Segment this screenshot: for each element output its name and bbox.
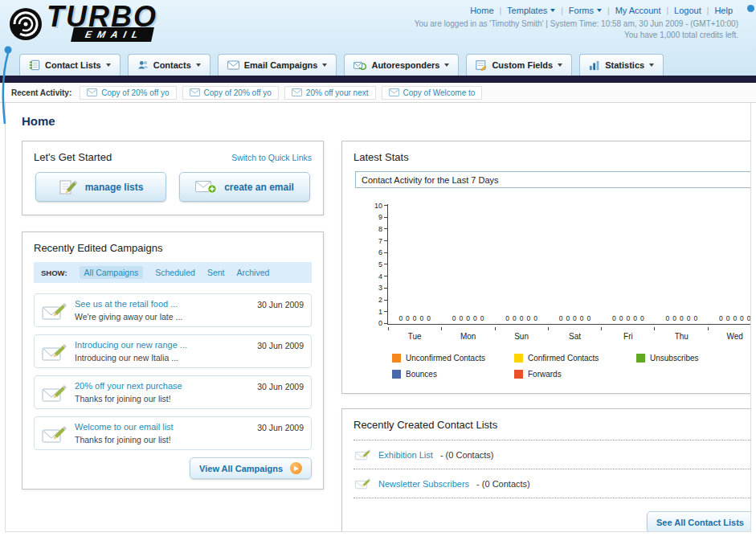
tab-custom-fields[interactable]: Custom Fields [466,54,572,76]
nav-templates-link[interactable]: Templates [501,6,561,15]
tab-email-campaigns[interactable]: Email Campaigns [218,54,337,76]
y-axis-tick-label: 9 [378,213,382,221]
legend-swatch [514,370,523,379]
nav-logout-link[interactable]: Logout [668,6,707,15]
login-info: You are logged in as 'Timothy Smith' | S… [415,19,738,28]
chart-value-label: 0 [559,314,563,322]
recent-activity-item-label: Copy of Welcome to [403,88,476,97]
contact-list-name-link[interactable]: Newsletter Subscribers [378,479,469,489]
logo-subtitle: EMAIL [71,27,154,42]
y-axis-tick: 7 [378,237,387,244]
nav-help-link[interactable]: Help [709,6,738,15]
chart-value-label: 0 [665,314,669,322]
nav-forms-link[interactable]: Forms [563,6,607,15]
y-axis-tick-label: 4 [378,272,382,281]
left-column: Let's Get Started Switch to Quick Links … [22,141,324,490]
create-email-button[interactable]: create an email [179,172,310,202]
campaigns-title: Recently Edited Campaigns [34,242,312,254]
x-axis-tick-mark [601,327,602,330]
top-band: TURBO EMAIL Home Templates Forms My Acco… [0,0,756,76]
get-started-panel: Let's Get Started Switch to Quick Links … [22,141,324,215]
campaign-row[interactable]: Introducing our new range ... Introducin… [34,334,312,368]
main-content: Home Let's Get Started Switch to Quick L… [5,103,751,532]
chart-value-label: 0 [505,314,509,322]
page-title: Home [22,114,734,128]
y-axis-tick: 6 [378,249,387,256]
campaign-title-link[interactable]: Introducing our new range ... [75,340,250,350]
recent-activity-item[interactable]: 20% off your next [284,86,376,100]
chart-value-label: 0 [480,314,484,322]
legend-label: Unsubscribes [650,354,699,363]
legend-swatch [392,354,401,363]
tab-autoresponders[interactable]: Autoresponders [344,54,459,76]
campaign-row[interactable]: 20% off your next purchase Thanks for jo… [34,375,312,409]
latest-stats-title: Latest Stats [353,151,751,163]
nav-my-account-link[interactable]: My Account [610,6,667,15]
view-all-campaigns-button[interactable]: View All Campaigns [190,457,312,479]
nav-home-link[interactable]: Home [464,6,499,15]
campaign-title-link[interactable]: 20% off your next purchase [75,381,250,391]
see-all-contact-lists-button[interactable]: See All Contact Lists [647,511,751,532]
tab-statistics[interactable]: Statistics [579,54,664,76]
chart-value-label: 0 [627,314,631,322]
dropdown-caret-icon [597,9,602,12]
nav-my-account-label: My Account [615,6,661,15]
recent-activity-item[interactable]: Copy of 20% off yo [80,86,176,100]
chart-y-axis: 109876543210 [366,202,387,327]
switch-quick-links-link[interactable]: Switch to Quick Links [231,153,312,162]
contacts-icon [137,59,149,71]
envelope-icon [87,88,97,96]
contact-list-items: Exhibition List - (0 Contacts) Newslette… [353,440,751,498]
chart-value-label: 0 [452,314,456,322]
campaign-title-link[interactable]: See us at the retail food ... [75,299,250,309]
nav-help-label: Help [714,6,733,15]
contact-list-count: - (0 Contacts) [440,450,494,460]
x-axis-tick-mark [708,327,709,330]
campaign-row[interactable]: Welcome to our email list Thanks for joi… [34,416,312,450]
chart-value-label: 0 [740,314,744,322]
dropdown-caret-icon [649,64,654,67]
contact-list-item[interactable]: Newsletter Subscribers - (0 Contacts) [353,469,751,498]
legend-item: Unconfirmed Contacts [392,354,514,363]
contact-lists-title: Recently Created Contact Lists [353,419,751,431]
envelope-pencil-icon [42,383,67,403]
recent-activity-item[interactable]: Copy of 20% off yo [182,86,279,100]
manage-lists-button[interactable]: manage lists [35,172,166,202]
tab-contact-lists[interactable]: Contact Lists [19,54,121,76]
y-axis-tick: 2 [378,297,387,304]
filter-all-campaigns[interactable]: All Campaigns [80,266,144,279]
x-axis-label: Fri [602,332,655,341]
recent-activity-item[interactable]: Copy of Welcome to [382,86,483,100]
campaigns-panel: Recently Edited Campaigns SHOW: All Camp… [22,231,324,490]
chart-value-label: 0 [693,314,697,322]
legend-swatch [392,370,401,379]
envelope-plus-icon [195,180,217,194]
campaign-row[interactable]: See us at the retail food ... We're givi… [34,293,312,327]
x-axis-label: Sat [548,332,601,341]
legend-item: Confirmed Contacts [514,354,636,363]
contact-list-count: - (0 Contacts) [476,479,530,489]
y-axis-tick: 1 [378,308,387,315]
y-axis-tick: 0 [378,320,387,327]
header-right: Home Templates Forms My Account Logout H… [415,3,750,53]
contact-list-name-link[interactable]: Exhibition List [378,450,433,460]
y-axis-tick: 10 [374,202,387,209]
campaign-title-link[interactable]: Welcome to our email list [75,422,250,432]
filter-archived[interactable]: Archived [236,268,269,277]
dropdown-caret-icon [106,64,111,67]
envelope-pencil-icon [42,301,67,321]
filter-sent[interactable]: Sent [207,268,225,277]
y-axis-tick-label: 7 [378,237,382,245]
tab-contacts[interactable]: Contacts [128,54,210,76]
campaign-list: See us at the retail food ... We're givi… [34,293,312,450]
contact-list-item[interactable]: Exhibition List - (0 Contacts) [353,440,751,469]
decorative-corner-dot [747,5,754,12]
recent-activity-item-label: 20% off your next [306,88,369,97]
y-axis-tick-label: 6 [378,248,382,256]
stats-range-dropdown[interactable]: Contact Activity for the Last 7 Days [355,171,751,188]
logo-words: TURBO EMAIL [47,3,157,42]
email-campaigns-icon [227,60,239,70]
chart-value-label: 0 [640,314,644,322]
filter-scheduled[interactable]: Scheduled [155,268,195,277]
chart-value-label: 0 [427,314,431,322]
